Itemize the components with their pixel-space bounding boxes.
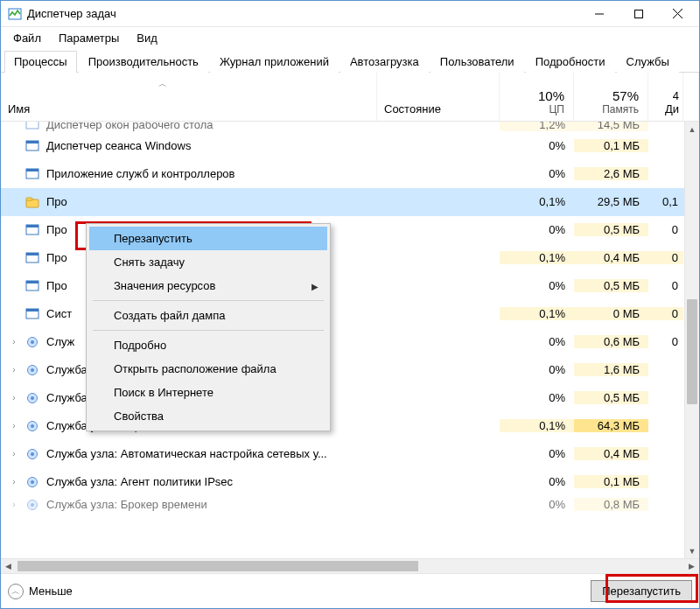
gear-icon — [25, 335, 39, 349]
context-menu-open-location[interactable]: Открыть расположение файла — [89, 357, 327, 381]
context-menu-restart[interactable]: Перезапустить — [89, 227, 327, 250]
close-button[interactable] — [658, 1, 697, 26]
minimize-button[interactable] — [579, 1, 619, 26]
expand-chevron-icon[interactable]: › — [8, 365, 20, 374]
table-row[interactable]: Диспетчер окон рабочего стола1,2%14,5 МБ — [1, 122, 699, 132]
svg-rect-20 — [26, 309, 38, 312]
scroll-down-icon[interactable]: ▼ — [685, 543, 699, 558]
context-menu-resource-values[interactable]: Значения ресурсов ▶ — [89, 274, 327, 298]
process-name: Про — [46, 251, 67, 264]
disk-usage-percent: 4 — [652, 89, 679, 102]
process-name: Про — [46, 279, 67, 292]
disk-label: Ди — [652, 102, 679, 116]
svg-rect-8 — [26, 141, 38, 144]
vertical-scroll-thumb[interactable] — [687, 299, 697, 404]
svg-rect-18 — [26, 281, 38, 284]
menu-options[interactable]: Параметры — [52, 30, 126, 46]
fewer-details-button[interactable]: ︿ Меньше — [8, 584, 73, 599]
menubar: Файл Параметры Вид — [1, 27, 699, 48]
process-name: Служ — [46, 335, 74, 348]
memory-value: 2,6 МБ — [574, 167, 648, 180]
column-header-cpu[interactable]: 10% ЦП — [500, 73, 574, 121]
cpu-value: 0,1% — [500, 195, 574, 208]
svg-point-32 — [31, 480, 34, 484]
column-header-disk[interactable]: 4 Ди — [648, 73, 683, 121]
context-menu-separator — [93, 300, 324, 301]
expand-chevron-icon[interactable]: › — [8, 449, 20, 458]
table-row[interactable]: Приложение служб и контроллеров0%2,6 МБ — [1, 160, 699, 188]
gear-icon — [25, 498, 39, 512]
cpu-value: 0% — [500, 139, 574, 152]
memory-value: 29,5 МБ — [574, 195, 648, 208]
memory-value: 0,8 МБ — [574, 498, 648, 511]
expand-chevron-icon[interactable]: › — [8, 500, 20, 509]
horizontal-scroll-thumb[interactable] — [18, 561, 418, 571]
memory-value: 64,3 МБ — [574, 419, 648, 432]
table-row[interactable]: Про0,1%29,5 МБ0,1 — [1, 188, 699, 216]
expand-chevron-icon[interactable]: › — [8, 337, 20, 346]
tab-users[interactable]: Пользователи — [430, 51, 524, 73]
scroll-left-icon[interactable]: ◀ — [1, 559, 16, 573]
gear-icon — [25, 447, 39, 461]
memory-value: 14,5 МБ — [574, 122, 648, 131]
tab-app-history[interactable]: Журнал приложений — [210, 51, 339, 73]
memory-value: 0,1 МБ — [574, 139, 648, 152]
tab-processes[interactable]: Процессы — [4, 51, 77, 73]
table-row[interactable]: Диспетчер сеанса Windows0%0,1 МБ — [1, 132, 699, 160]
column-header-name[interactable]: ︿ Имя — [1, 73, 377, 121]
scroll-right-icon[interactable]: ▶ — [684, 559, 699, 573]
tab-details[interactable]: Подробности — [526, 51, 615, 73]
process-name: Диспетчер сеанса Windows — [46, 139, 191, 152]
scroll-up-icon[interactable]: ▲ — [685, 122, 699, 136]
horizontal-scrollbar[interactable]: ◀ ▶ — [1, 558, 699, 573]
table-row[interactable]: ›Служба узла: Агент политики IPsec0%0,1 … — [1, 468, 699, 496]
table-row[interactable]: ›Служба узла: Автоматическая настройка с… — [1, 440, 699, 468]
tab-performance[interactable]: Производительность — [79, 51, 208, 73]
column-header-memory[interactable]: 57% Память — [574, 73, 648, 121]
disk-value: 0 — [648, 251, 683, 264]
cpu-value: 0% — [500, 363, 574, 376]
menu-file[interactable]: Файл — [6, 30, 48, 46]
context-menu-search-online[interactable]: Поиск в Интернете — [89, 381, 327, 404]
disk-value: 0 — [648, 335, 683, 348]
expand-chevron-icon[interactable]: › — [8, 477, 20, 486]
process-name: Приложение служб и контроллеров — [46, 167, 235, 180]
titlebar: Диспетчер задач — [1, 1, 699, 27]
window-icon — [25, 122, 39, 131]
column-header-state[interactable]: Состояние — [377, 73, 500, 121]
expand-chevron-icon[interactable]: › — [8, 421, 20, 430]
vertical-scrollbar[interactable]: ▲ ▼ — [684, 122, 699, 558]
memory-value: 0,1 МБ — [574, 475, 648, 488]
expand-chevron-icon[interactable]: › — [8, 393, 20, 402]
column-headers: ︿ Имя Состояние 10% ЦП 57% Память 4 Ди — [1, 73, 699, 122]
process-name: Про — [46, 223, 67, 236]
window-icon — [25, 307, 39, 321]
memory-value: 0 МБ — [574, 307, 648, 320]
cpu-value: 0% — [500, 279, 574, 292]
memory-label: Память — [578, 103, 639, 116]
context-menu: Перезапустить Снять задачу Значения ресу… — [86, 223, 331, 431]
svg-point-34 — [31, 503, 34, 507]
tab-strip: Процессы Производительность Журнал прило… — [1, 48, 699, 73]
context-menu-create-dump[interactable]: Создать файл дампа — [89, 304, 327, 327]
gear-icon — [25, 419, 39, 433]
maximize-button[interactable] — [619, 1, 658, 26]
fewer-details-label: Меньше — [29, 584, 73, 598]
column-header-name-label: Имя — [8, 102, 369, 116]
menu-view[interactable]: Вид — [130, 30, 164, 46]
context-menu-resource-values-label: Значения ресурсов — [114, 279, 215, 292]
cpu-usage-percent: 10% — [503, 88, 564, 103]
tab-services[interactable]: Службы — [617, 51, 679, 73]
cpu-value: 0% — [500, 167, 574, 180]
svg-point-30 — [31, 452, 34, 456]
window-icon — [25, 167, 39, 181]
context-menu-details[interactable]: Подробно — [89, 333, 327, 357]
tab-startup[interactable]: Автозагрузка — [340, 51, 429, 73]
svg-rect-5 — [26, 122, 38, 129]
context-menu-end-task[interactable]: Снять задачу — [89, 250, 327, 274]
memory-value: 0,5 МБ — [574, 391, 648, 404]
table-row[interactable]: ›Служба узла: Брокер времени0%0,8 МБ — [1, 496, 699, 514]
restart-button[interactable]: Перезапустить — [591, 580, 692, 602]
context-menu-properties[interactable]: Свойства — [89, 404, 327, 428]
process-name: Сист — [46, 307, 72, 320]
